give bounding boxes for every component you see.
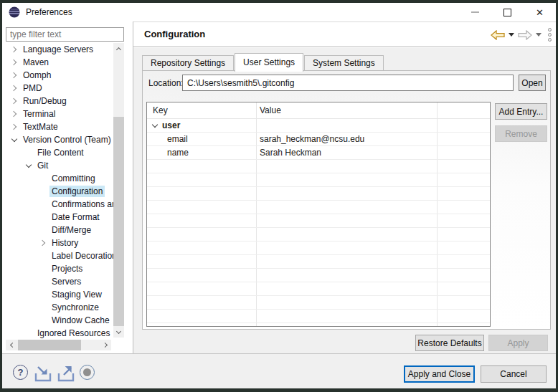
scroll-right-icon[interactable] [100, 340, 111, 350]
restore-defaults-button[interactable]: Restore Defaults [415, 335, 484, 351]
filter-input[interactable] [6, 27, 124, 42]
chevron-right-icon[interactable] [36, 241, 49, 245]
tree-item-terminal[interactable]: Terminal [2, 107, 113, 120]
table-row-user[interactable]: user [147, 119, 490, 133]
tree-item-label: Run/Debug [21, 95, 69, 107]
tree-item-servers[interactable]: Servers [2, 275, 113, 288]
forward-arrow-icon[interactable] [518, 30, 532, 40]
tree-item-window-cache[interactable]: Window Cache [2, 314, 113, 327]
chevron-down-icon[interactable] [152, 121, 158, 127]
tree-horizontal-scrollbar[interactable] [6, 340, 111, 350]
tree-item-diff-merge[interactable]: Diff/Merge [2, 224, 113, 236]
record-icon[interactable] [80, 365, 95, 380]
maximize-button[interactable] [491, 3, 524, 21]
table-row-empty[interactable] [147, 310, 490, 323]
table-row-empty[interactable] [147, 214, 490, 228]
chevron-right-icon[interactable] [7, 112, 21, 116]
apply-button[interactable]: Apply [488, 335, 548, 351]
tree-item-run-debug[interactable]: Run/Debug [2, 95, 113, 107]
window-title: Preferences [26, 7, 72, 17]
back-dropdown-icon[interactable] [509, 33, 514, 37]
titlebar[interactable]: Preferences ✕ [2, 3, 556, 21]
table-row-empty[interactable] [147, 228, 490, 242]
scroll-left-icon[interactable] [6, 340, 16, 350]
export-preferences-icon[interactable] [57, 365, 77, 382]
tree-item-committing[interactable]: Committing [2, 172, 113, 185]
table-row-empty[interactable] [147, 296, 490, 310]
tree-item-maven[interactable]: Maven [2, 56, 113, 69]
value-cell: sarah_heckman@ncsu.edu [256, 134, 437, 144]
tab-system-settings[interactable]: System Settings [304, 55, 384, 71]
tree-item-projects[interactable]: Projects [2, 262, 113, 275]
chevron-right-icon[interactable] [7, 86, 21, 90]
tree-item-version-control-team[interactable]: Version Control (Team) [2, 133, 113, 146]
help-icon[interactable]: ? [13, 365, 28, 380]
remove-button[interactable]: Remove [495, 125, 547, 142]
page-header: Configuration [133, 21, 556, 47]
tree-item-staging-view[interactable]: Staging View [2, 288, 113, 301]
tree-item-file-content[interactable]: File Content [2, 146, 113, 159]
tree-item-ignored-resources[interactable]: Ignored Resources [2, 327, 113, 340]
vertical-scroll-thumb[interactable] [113, 117, 124, 326]
close-button[interactable]: ✕ [524, 3, 556, 21]
tree-item-label: TextMate [21, 121, 60, 133]
table-row-empty[interactable] [147, 173, 490, 187]
chevron-right-icon[interactable] [7, 60, 21, 64]
table-row-email[interactable]: emailsarah_heckman@ncsu.edu [147, 133, 490, 146]
tree-item-label: Maven [21, 57, 51, 68]
table-row-empty[interactable] [147, 242, 490, 255]
location-input[interactable] [182, 75, 514, 91]
tree-item-label: Version Control (Team) [21, 134, 113, 145]
forward-dropdown-icon[interactable] [536, 33, 542, 37]
table-row-empty[interactable] [147, 323, 490, 327]
tree-item-git[interactable]: Git [2, 159, 113, 172]
column-header-key[interactable]: Key [147, 105, 256, 115]
column-header-value[interactable]: Value [256, 105, 437, 115]
table-row-empty[interactable] [147, 201, 490, 214]
table-header[interactable]: Key Value [147, 102, 490, 119]
tree-item-oomph[interactable]: Oomph [2, 69, 113, 82]
tab-user-settings[interactable]: User Settings [235, 53, 303, 72]
chevron-right-icon[interactable] [7, 47, 21, 52]
location-label: Location: [148, 78, 184, 88]
add-entry-button[interactable]: Add Entry... [495, 103, 547, 120]
tree-item-confirmations-and-dialogs[interactable]: Confirmations and Dialogs [2, 198, 113, 211]
table-row-name[interactable]: nameSarah Heckman [147, 146, 490, 160]
tab-repository-settings[interactable]: Repository Settings [142, 55, 234, 71]
page-title: Configuration [144, 29, 205, 39]
table-row-empty[interactable] [147, 282, 490, 296]
key-cell: name [147, 148, 256, 158]
table-row-empty[interactable] [147, 160, 490, 173]
tree-item-date-format[interactable]: Date Format [2, 211, 113, 224]
tree-item-pmd[interactable]: PMD [2, 82, 113, 95]
table-row-empty[interactable] [147, 187, 490, 201]
scroll-down-icon[interactable] [113, 327, 124, 338]
cancel-button[interactable]: Cancel [481, 365, 547, 383]
apply-and-close-button[interactable]: Apply and Close [404, 365, 475, 383]
scroll-up-icon[interactable] [113, 43, 124, 54]
tree-item-history[interactable]: History [2, 236, 113, 249]
table-row-empty[interactable] [147, 255, 490, 269]
tree-item-textmate[interactable]: TextMate [2, 120, 113, 133]
tree-item-language-servers[interactable]: Language Servers [2, 43, 113, 56]
config-table[interactable]: Key Value useremailsarah_heckman@ncsu.ed… [146, 102, 491, 327]
horizontal-scroll-thumb[interactable] [18, 340, 81, 350]
tab-content: Location: Open Key Value useremailsarah_… [142, 70, 551, 330]
chevron-down-icon[interactable] [7, 139, 21, 141]
back-arrow-icon[interactable] [491, 30, 505, 40]
chevron-down-icon[interactable] [22, 165, 35, 167]
tree-item-configuration[interactable]: Configuration [2, 185, 113, 198]
tree-item-synchronize[interactable]: Synchronize [2, 301, 113, 314]
chevron-right-icon[interactable] [7, 125, 21, 129]
tree-vertical-scrollbar[interactable] [113, 43, 124, 338]
chevron-right-icon[interactable] [7, 99, 21, 103]
import-preferences-icon[interactable] [34, 365, 54, 382]
chevron-right-icon[interactable] [7, 73, 21, 77]
open-button[interactable]: Open [519, 75, 546, 91]
table-row-empty[interactable] [147, 269, 490, 282]
tree-item-label: Ignored Resources [35, 328, 112, 339]
minimize-button[interactable] [459, 3, 491, 21]
overflow-dots-icon[interactable] [548, 28, 552, 42]
tree-item-label-decorations[interactable]: Label Decorations [2, 249, 113, 262]
tree-item-label: Projects [49, 263, 85, 274]
